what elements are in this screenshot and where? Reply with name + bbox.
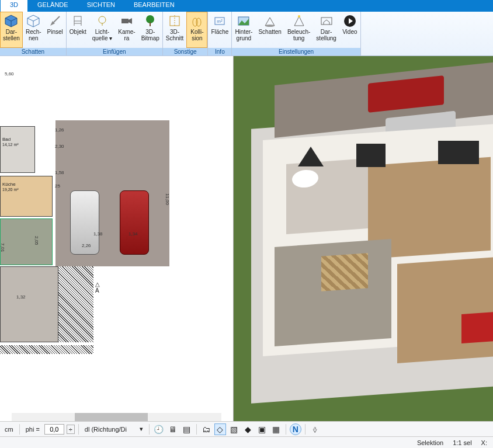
- objekt-button[interactable]: Objekt: [67, 12, 89, 48]
- tab-sichten[interactable]: SICHTEN: [78, 0, 124, 12]
- dim-9: 2,05: [34, 236, 39, 245]
- menubar-spacer: [184, 0, 493, 12]
- svg-point-24: [265, 25, 275, 27]
- tree-icon: [143, 13, 158, 29]
- svg-text:m²: m²: [217, 19, 223, 24]
- bulb-icon: [95, 13, 110, 29]
- svg-point-9: [99, 16, 106, 23]
- dim-3: 1,58: [55, 170, 64, 175]
- room-bad-label: Bad14,12 m²: [2, 137, 19, 147]
- lichtquelle-button[interactable]: Licht- quelle ▾: [89, 12, 115, 48]
- scrollbar-h-2d[interactable]: [12, 413, 221, 421]
- dim-6: 2,26: [82, 243, 91, 248]
- car-red-2d: [120, 190, 149, 255]
- shadow-icon: [262, 13, 277, 29]
- flaeche-button[interactable]: m² Fläche: [208, 12, 231, 48]
- svg-rect-14: [150, 22, 151, 26]
- group-einstellungen-label: Einstellungen: [232, 48, 360, 55]
- kamera-button[interactable]: Kame- ra: [115, 12, 138, 48]
- play-icon: [342, 13, 357, 29]
- schatten-label: Schatten: [258, 29, 281, 35]
- flaeche-label: Fläche: [211, 29, 228, 35]
- dim-11: 1,32: [16, 294, 26, 300]
- dim-2: 2,30: [55, 144, 64, 149]
- screen-icon[interactable]: 🖥: [167, 423, 179, 435]
- chair-icon: [70, 13, 85, 29]
- video-button[interactable]: Video: [339, 12, 360, 48]
- dim-7: 1,38: [93, 231, 103, 237]
- tab-3d[interactable]: 3D: [0, 0, 28, 12]
- snap-angle-icon[interactable]: ◇: [214, 423, 226, 435]
- rechnen-button[interactable]: Rech- nen: [23, 12, 44, 48]
- snap-object-icon[interactable]: ▣: [256, 423, 268, 435]
- scrollthumb-2d[interactable]: [75, 413, 148, 421]
- stack-icon[interactable]: ▤: [181, 423, 193, 435]
- group-info-label: Info: [208, 48, 231, 55]
- phi-input[interactable]: [44, 424, 64, 435]
- section-icon: [167, 13, 182, 29]
- menubar: 3D GELÄNDE SICHTEN BEARBEITEN: [0, 0, 493, 12]
- 3d-floor-living: [397, 257, 493, 363]
- dl-label: dl (Richtung/Di: [82, 425, 135, 433]
- pinsel-button[interactable]: Pinsel: [44, 12, 66, 48]
- grid-icon[interactable]: ▦: [270, 423, 282, 435]
- svg-point-26: [298, 15, 300, 18]
- hintergrund-button[interactable]: Hinter- grund: [232, 12, 255, 48]
- schatten-button[interactable]: Schatten: [255, 12, 284, 48]
- svg-line-4: [54, 16, 60, 22]
- hintergrund-label: Hinter- grund: [235, 29, 252, 41]
- clock-icon[interactable]: 🕘: [153, 423, 165, 435]
- kamera-label: Kame- ra: [118, 29, 135, 41]
- 3d-sofa: [461, 312, 493, 343]
- diamond-icon[interactable]: ◆: [242, 423, 254, 435]
- 3d-view[interactable]: [234, 56, 493, 421]
- darstellen-label: Dar- stellen: [3, 29, 20, 41]
- layers-icon[interactable]: 🗂: [200, 423, 212, 435]
- 2d-view[interactable]: 5,60 Bad14,12 m² Küche19,20 m²: [0, 56, 234, 421]
- cube-wire-icon: [26, 13, 41, 29]
- section-marker: △A: [95, 281, 100, 294]
- dim-top: 5,60: [5, 71, 14, 77]
- darstellung-button[interactable]: Dar- stellung: [313, 12, 339, 48]
- status-scale: 1:1 sel: [453, 439, 471, 446]
- dl-dropdown-icon[interactable]: ▾: [137, 425, 145, 433]
- group-info: m² Fläche Info: [208, 12, 232, 55]
- beleuchtung-button[interactable]: Beleuch- tung: [284, 12, 313, 48]
- dim-10: 7,01: [0, 243, 5, 252]
- 3dschnitt-button[interactable]: 3D- Schnitt: [163, 12, 187, 48]
- objekt-label: Objekt: [70, 29, 86, 35]
- darstellung-label: Dar- stellung: [316, 29, 336, 41]
- svg-point-13: [146, 15, 154, 23]
- tab-bearbeiten[interactable]: BEARBEITEN: [124, 0, 184, 12]
- dim-5: 11,00: [165, 193, 170, 205]
- room-living: [0, 218, 53, 265]
- snap-grid-icon[interactable]: ▧: [228, 423, 240, 435]
- group-schatten-label: Schatten: [0, 48, 66, 55]
- 3d-gable: [298, 147, 324, 166]
- nord-icon[interactable]: N: [290, 423, 301, 435]
- 3d-stairs: [321, 253, 368, 291]
- lichtquelle-label: Licht- quelle ▾: [92, 29, 112, 41]
- darstellen-button[interactable]: Dar- stellen: [0, 12, 23, 48]
- tab-gelaende[interactable]: GELÄNDE: [28, 0, 78, 12]
- marker-icon[interactable]: ⎀: [309, 423, 321, 435]
- floorplan: 5,60 Bad14,12 m² Küche19,20 m²: [0, 68, 222, 383]
- 3dbitmap-button[interactable]: 3D- Bitmap: [138, 12, 162, 48]
- camera-icon: [119, 13, 134, 29]
- group-sonstige-label: Sonstige: [163, 48, 208, 55]
- cube-icon: [4, 13, 19, 29]
- svg-rect-11: [121, 19, 129, 23]
- ribbon: Dar- stellen Rech- nen Pinsel Schatten: [0, 12, 493, 56]
- collision-icon: [189, 13, 204, 29]
- 3dschnitt-label: 3D- Schnitt: [166, 29, 184, 41]
- 3dbitmap-label: 3D- Bitmap: [141, 29, 159, 41]
- kollision-button[interactable]: Kolli- sion: [186, 12, 207, 48]
- bg-icon: [236, 13, 251, 29]
- area-icon: m²: [212, 13, 227, 29]
- phi-step-button[interactable]: ÷: [67, 425, 75, 434]
- svg-rect-27: [321, 18, 332, 25]
- phi-label: phi =: [23, 425, 42, 433]
- 3d-floor-bath: [286, 158, 368, 234]
- brush-icon: [47, 13, 63, 29]
- status-x: X:: [481, 439, 487, 446]
